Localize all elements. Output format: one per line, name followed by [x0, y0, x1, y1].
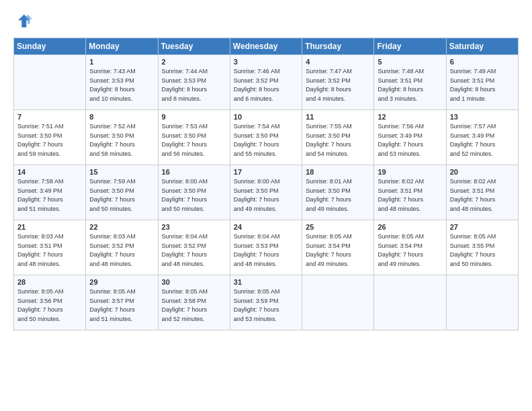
day-info: Sunrise: 8:02 AM Sunset: 3:51 PM Dayligh…: [378, 177, 442, 214]
day-info: Sunrise: 7:43 AM Sunset: 3:53 PM Dayligh…: [89, 67, 154, 103]
header-sunday: Sunday: [14, 38, 86, 55]
header: [13, 12, 519, 31]
cell-2-1: 15Sunrise: 7:59 AM Sunset: 3:50 PM Dayli…: [86, 165, 158, 220]
week-row-0: 1Sunrise: 7:43 AM Sunset: 3:53 PM Daylig…: [14, 55, 519, 110]
cell-1-2: 9Sunrise: 7:53 AM Sunset: 3:50 PM Daylig…: [158, 110, 230, 165]
day-info: Sunrise: 8:05 AM Sunset: 3:54 PM Dayligh…: [306, 232, 370, 269]
day-number: 19: [378, 168, 442, 176]
day-number: 9: [162, 113, 226, 121]
cell-3-6: 27Sunrise: 8:05 AM Sunset: 3:55 PM Dayli…: [446, 220, 518, 275]
header-row: SundayMondayTuesdayWednesdayThursdayFrid…: [14, 38, 519, 55]
cell-3-2: 23Sunrise: 8:04 AM Sunset: 3:52 PM Dayli…: [158, 220, 230, 275]
day-number: 14: [17, 168, 82, 176]
day-number: 5: [378, 58, 442, 66]
week-row-3: 21Sunrise: 8:03 AM Sunset: 3:51 PM Dayli…: [14, 220, 519, 275]
day-number: 26: [378, 223, 442, 231]
day-info: Sunrise: 7:54 AM Sunset: 3:50 PM Dayligh…: [234, 122, 298, 158]
day-info: Sunrise: 8:01 AM Sunset: 3:50 PM Dayligh…: [306, 177, 370, 214]
cell-2-2: 16Sunrise: 8:00 AM Sunset: 3:50 PM Dayli…: [158, 165, 230, 220]
day-number: 18: [306, 168, 370, 176]
logo-icon: [13, 12, 32, 31]
cell-3-3: 24Sunrise: 8:04 AM Sunset: 3:53 PM Dayli…: [230, 220, 302, 275]
header-monday: Monday: [86, 38, 158, 55]
day-info: Sunrise: 8:05 AM Sunset: 3:58 PM Dayligh…: [162, 287, 226, 324]
cell-2-5: 19Sunrise: 8:02 AM Sunset: 3:51 PM Dayli…: [374, 165, 446, 220]
day-info: Sunrise: 7:53 AM Sunset: 3:50 PM Dayligh…: [162, 122, 226, 158]
day-info: Sunrise: 7:47 AM Sunset: 3:52 PM Dayligh…: [306, 67, 370, 103]
cell-0-1: 1Sunrise: 7:43 AM Sunset: 3:53 PM Daylig…: [86, 55, 158, 110]
day-number: 29: [89, 278, 154, 286]
day-info: Sunrise: 7:49 AM Sunset: 3:51 PM Dayligh…: [450, 67, 515, 103]
cell-0-3: 3Sunrise: 7:46 AM Sunset: 3:52 PM Daylig…: [230, 55, 302, 110]
day-number: 7: [17, 113, 82, 121]
day-number: 21: [17, 223, 82, 231]
week-row-2: 14Sunrise: 7:58 AM Sunset: 3:49 PM Dayli…: [14, 165, 519, 220]
day-number: 22: [89, 223, 154, 231]
day-info: Sunrise: 7:48 AM Sunset: 3:51 PM Dayligh…: [378, 67, 442, 103]
day-number: 16: [162, 168, 226, 176]
day-number: 23: [162, 223, 226, 231]
cell-3-4: 25Sunrise: 8:05 AM Sunset: 3:54 PM Dayli…: [302, 220, 374, 275]
day-number: 8: [89, 113, 154, 121]
day-info: Sunrise: 7:57 AM Sunset: 3:49 PM Dayligh…: [450, 122, 515, 158]
week-row-1: 7Sunrise: 7:51 AM Sunset: 3:50 PM Daylig…: [14, 110, 519, 165]
cell-0-0: [14, 55, 86, 110]
cell-0-5: 5Sunrise: 7:48 AM Sunset: 3:51 PM Daylig…: [374, 55, 446, 110]
cell-2-0: 14Sunrise: 7:58 AM Sunset: 3:49 PM Dayli…: [14, 165, 86, 220]
header-saturday: Saturday: [446, 38, 518, 55]
cell-1-6: 13Sunrise: 7:57 AM Sunset: 3:49 PM Dayli…: [446, 110, 518, 165]
day-info: Sunrise: 7:51 AM Sunset: 3:50 PM Dayligh…: [17, 122, 82, 158]
logo: [13, 12, 35, 31]
day-number: 30: [162, 278, 226, 286]
day-info: Sunrise: 7:52 AM Sunset: 3:50 PM Dayligh…: [89, 122, 154, 158]
cell-1-4: 11Sunrise: 7:55 AM Sunset: 3:50 PM Dayli…: [302, 110, 374, 165]
day-info: Sunrise: 7:59 AM Sunset: 3:50 PM Dayligh…: [89, 177, 154, 214]
day-number: 12: [378, 113, 442, 121]
day-number: 20: [450, 168, 515, 176]
cell-1-1: 8Sunrise: 7:52 AM Sunset: 3:50 PM Daylig…: [86, 110, 158, 165]
calendar-table: SundayMondayTuesdayWednesdayThursdayFrid…: [13, 38, 519, 330]
day-info: Sunrise: 8:04 AM Sunset: 3:53 PM Dayligh…: [234, 232, 298, 269]
day-info: Sunrise: 8:04 AM Sunset: 3:52 PM Dayligh…: [162, 232, 226, 269]
cell-3-1: 22Sunrise: 8:03 AM Sunset: 3:52 PM Dayli…: [86, 220, 158, 275]
cell-2-6: 20Sunrise: 8:02 AM Sunset: 3:51 PM Dayli…: [446, 165, 518, 220]
cell-4-0: 28Sunrise: 8:05 AM Sunset: 3:56 PM Dayli…: [14, 275, 86, 330]
day-number: 3: [234, 58, 298, 66]
cell-3-5: 26Sunrise: 8:05 AM Sunset: 3:54 PM Dayli…: [374, 220, 446, 275]
day-info: Sunrise: 8:05 AM Sunset: 3:54 PM Dayligh…: [378, 232, 442, 269]
day-info: Sunrise: 7:46 AM Sunset: 3:52 PM Dayligh…: [234, 67, 298, 103]
day-number: 28: [17, 278, 82, 286]
day-info: Sunrise: 8:00 AM Sunset: 3:50 PM Dayligh…: [234, 177, 298, 214]
cell-4-5: [374, 275, 446, 330]
day-info: Sunrise: 8:05 AM Sunset: 3:59 PM Dayligh…: [234, 287, 298, 324]
day-number: 11: [306, 113, 370, 121]
day-number: 4: [306, 58, 370, 66]
cell-3-0: 21Sunrise: 8:03 AM Sunset: 3:51 PM Dayli…: [14, 220, 86, 275]
day-number: 1: [89, 58, 154, 66]
day-number: 25: [306, 223, 370, 231]
day-info: Sunrise: 8:00 AM Sunset: 3:50 PM Dayligh…: [162, 177, 226, 214]
cell-4-1: 29Sunrise: 8:05 AM Sunset: 3:57 PM Dayli…: [86, 275, 158, 330]
cell-0-6: 6Sunrise: 7:49 AM Sunset: 3:51 PM Daylig…: [446, 55, 518, 110]
day-info: Sunrise: 8:02 AM Sunset: 3:51 PM Dayligh…: [450, 177, 515, 214]
cell-1-5: 12Sunrise: 7:56 AM Sunset: 3:49 PM Dayli…: [374, 110, 446, 165]
header-tuesday: Tuesday: [158, 38, 230, 55]
day-number: 13: [450, 113, 515, 121]
cell-1-3: 10Sunrise: 7:54 AM Sunset: 3:50 PM Dayli…: [230, 110, 302, 165]
day-info: Sunrise: 7:58 AM Sunset: 3:49 PM Dayligh…: [17, 177, 82, 214]
day-info: Sunrise: 8:05 AM Sunset: 3:57 PM Dayligh…: [89, 287, 154, 324]
day-info: Sunrise: 8:03 AM Sunset: 3:52 PM Dayligh…: [89, 232, 154, 269]
cell-4-4: [302, 275, 374, 330]
day-number: 15: [89, 168, 154, 176]
page: SundayMondayTuesdayWednesdayThursdayFrid…: [0, 0, 532, 411]
cell-0-4: 4Sunrise: 7:47 AM Sunset: 3:52 PM Daylig…: [302, 55, 374, 110]
header-friday: Friday: [374, 38, 446, 55]
day-number: 31: [234, 278, 298, 286]
day-info: Sunrise: 7:55 AM Sunset: 3:50 PM Dayligh…: [306, 122, 370, 158]
day-info: Sunrise: 8:05 AM Sunset: 3:55 PM Dayligh…: [450, 232, 515, 269]
day-info: Sunrise: 8:05 AM Sunset: 3:56 PM Dayligh…: [17, 287, 82, 324]
day-number: 6: [450, 58, 515, 66]
day-number: 10: [234, 113, 298, 121]
day-info: Sunrise: 8:03 AM Sunset: 3:51 PM Dayligh…: [17, 232, 82, 269]
day-number: 24: [234, 223, 298, 231]
